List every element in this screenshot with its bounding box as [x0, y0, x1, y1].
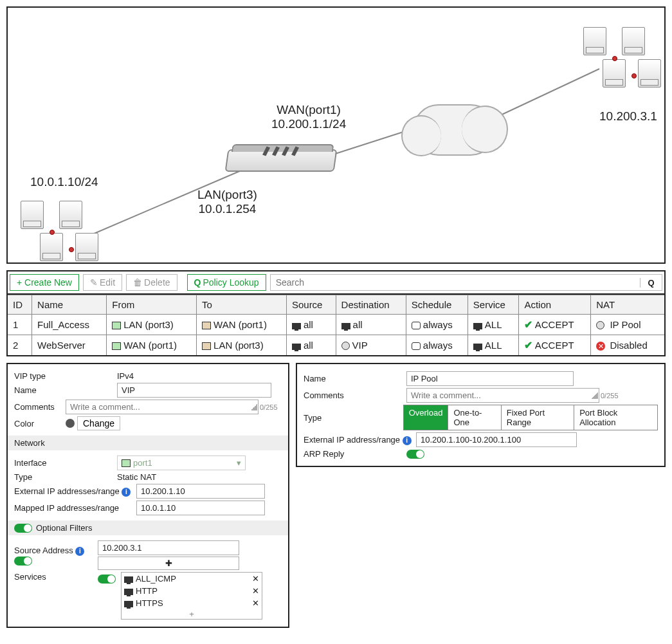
pool-comments-count: 0/255 [601, 392, 619, 400]
change-color-button[interactable]: Change [77, 416, 120, 430]
col-name[interactable]: Name [32, 295, 107, 315]
lan-hosts-label: 10.0.1.10/24 [30, 175, 98, 189]
policy-header-row: ID Name From To Source Destination Sched… [7, 295, 665, 315]
policy-row[interactable]: 2WebServerWAN (port1)LAN (port3)allVIPal… [7, 335, 665, 356]
col-action[interactable]: Action [519, 295, 591, 315]
resize-handle-icon[interactable] [592, 392, 598, 399]
edit-button[interactable]: ✎ Edit [83, 274, 122, 291]
firewall-device [226, 149, 336, 181]
remote-hosts-cluster [583, 27, 660, 98]
address-icon [341, 323, 350, 329]
col-service[interactable]: Service [468, 295, 519, 315]
pool-type-option[interactable]: Fixed Port Range [502, 405, 574, 430]
col-destination[interactable]: Destination [336, 295, 406, 315]
interface-dropdown[interactable]: port1 ▾ [117, 455, 246, 470]
nat-type-value: Static NAT [117, 472, 156, 482]
pencil-icon: ✎ [90, 277, 98, 288]
info-icon[interactable]: i [75, 547, 84, 556]
vip-name-label: Name [14, 385, 117, 395]
vip-comments-count: 0/255 [260, 403, 278, 411]
search-input[interactable] [271, 277, 640, 288]
search-icon: Q [194, 277, 201, 288]
magnifier-icon: Q [648, 278, 654, 288]
source-address-label: Source Address i [14, 546, 98, 566]
network-diagram: 10.0.1.10/24 WAN(port1) 10.200.1.1/24 LA… [6, 6, 666, 264]
interface-label: Interface [14, 458, 117, 468]
pool-ext-range-label: External IP address/range i [304, 435, 416, 445]
pool-type-option[interactable]: Port Block Allocation [574, 405, 657, 430]
schedule-icon [412, 342, 421, 350]
address-icon [292, 344, 301, 350]
info-icon[interactable]: i [122, 488, 131, 497]
port-icon [122, 459, 131, 467]
port-icon [112, 342, 121, 350]
ippool-config-panel: Name Comments 0/255 Type OverloadOne-to-… [296, 363, 666, 467]
trash-icon: 🗑 [133, 277, 142, 288]
port-icon [202, 342, 211, 350]
col-nat[interactable]: NAT [591, 295, 665, 315]
remote-hosts-label: 10.200.3.1 [599, 109, 657, 124]
services-toggle[interactable] [98, 575, 116, 584]
address-icon [341, 342, 350, 350]
service-icon [124, 576, 133, 583]
source-address-input[interactable] [98, 540, 239, 555]
ippool-icon [596, 321, 604, 329]
add-service-button[interactable]: + [122, 609, 262, 619]
port-icon [112, 322, 121, 329]
col-from[interactable]: From [107, 295, 197, 315]
topology-links [8, 8, 664, 262]
remove-icon[interactable]: ✕ [252, 574, 259, 584]
create-new-button[interactable]: + Create New [10, 274, 79, 291]
delete-button[interactable]: 🗑 Delete [126, 274, 177, 291]
service-item[interactable]: HTTP ✕ [122, 585, 262, 597]
pool-ext-range-input[interactable] [416, 432, 577, 447]
service-icon [124, 589, 133, 595]
viptype-value: IPv4 [117, 371, 134, 381]
lan-hosts-cluster [21, 201, 98, 264]
service-icon [473, 323, 482, 329]
col-id[interactable]: ID [7, 295, 32, 315]
service-item[interactable]: HTTPS ✕ [122, 597, 262, 609]
policy-row[interactable]: 1Full_AccessLAN (port3)WAN (port1)allall… [7, 315, 665, 335]
col-source[interactable]: Source [286, 295, 336, 315]
pool-type-option[interactable]: Overload [404, 405, 449, 430]
resize-handle-icon[interactable] [251, 404, 257, 410]
pool-type-option[interactable]: One-to-One [448, 405, 501, 430]
check-icon: ✔ [524, 340, 532, 351]
internet-cloud [413, 104, 496, 156]
info-icon[interactable]: i [403, 436, 412, 445]
optional-filters-toggle[interactable] [14, 524, 32, 533]
add-source-address-button[interactable]: ✚ [98, 557, 239, 570]
policy-lookup-button[interactable]: Q Policy Lookup [187, 274, 266, 291]
arp-reply-toggle[interactable] [406, 450, 424, 459]
service-icon [124, 601, 133, 607]
search-field-wrapper: Q [270, 274, 662, 291]
remove-icon[interactable]: ✕ [252, 586, 259, 596]
source-address-toggle[interactable] [14, 557, 32, 566]
mapped-ip-input[interactable] [136, 501, 265, 515]
pool-name-input[interactable] [406, 371, 574, 386]
col-schedule[interactable]: Schedule [406, 295, 468, 315]
policy-toolbar: + Create New ✎ Edit 🗑 Delete Q Policy Lo… [6, 270, 666, 295]
arp-reply-label: ARP Reply [304, 449, 406, 459]
ext-ip-input[interactable] [136, 484, 265, 499]
port-icon [202, 322, 211, 329]
chevron-down-icon: ▾ [237, 458, 241, 468]
vip-name-input[interactable] [117, 383, 271, 398]
vip-comments-input[interactable] [66, 400, 259, 414]
service-icon [473, 344, 482, 350]
service-item[interactable]: ALL_ICMP ✕ [122, 573, 262, 585]
ext-ip-label: External IP addresses/range i [14, 486, 136, 497]
remove-icon[interactable]: ✕ [252, 598, 259, 608]
disabled-icon: ✕ [596, 342, 605, 351]
services-label: Services [14, 572, 98, 582]
pool-comments-input[interactable] [406, 388, 599, 403]
vip-config-panel: VIP type IPv4 Name Comments 0/255 Color … [6, 363, 289, 628]
schedule-icon [412, 322, 421, 329]
viptype-label: VIP type [14, 371, 117, 381]
pool-type-label: Type [304, 413, 403, 423]
col-to[interactable]: To [197, 295, 287, 315]
vip-comments-label: Comments [14, 402, 66, 412]
search-submit-button[interactable]: Q [640, 278, 662, 288]
optional-filters-header: Optional Filters [8, 520, 288, 535]
